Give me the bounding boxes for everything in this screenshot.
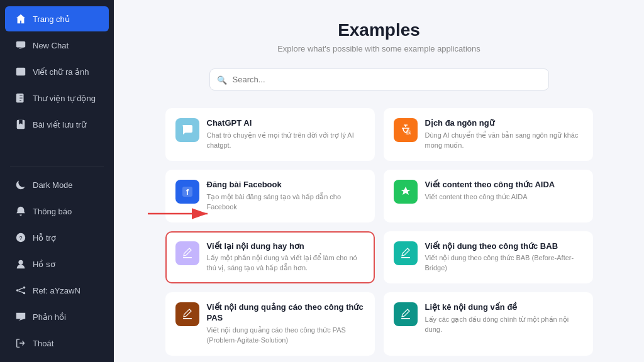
sidebar-divider xyxy=(10,167,104,167)
sidebar-item-image-text[interactable]: Viết chữ ra ảnh xyxy=(5,59,109,84)
card-desc-bab: Viết nội dung theo công thức BAB (Before… xyxy=(425,253,583,273)
sidebar-item-logout[interactable]: Thoát xyxy=(5,331,109,356)
svg-text:?: ? xyxy=(19,235,22,241)
svg-rect-17 xyxy=(401,318,410,319)
sidebar-label-ref: Ref: aYzawN xyxy=(33,286,80,295)
sidebar-label-image-text: Viết chữ ra ảnh xyxy=(33,67,89,77)
card-text-chatgpt-ai: ChatGPT AI Chat trò chuyện về mọi thứ tr… xyxy=(207,118,365,151)
page-title: Examples xyxy=(139,20,619,40)
svg-point-6 xyxy=(18,260,23,265)
card-desc-rewrite: Lấy một phần nội dung và viết lại để làm… xyxy=(207,253,365,273)
share-icon xyxy=(15,285,26,296)
search-bar: 🔍 xyxy=(209,69,549,90)
card-title-pas: Viết nội dung quảng cáo theo công thức P… xyxy=(207,302,365,324)
card-title-aida: Viết content theo công thức AIDA xyxy=(425,180,555,190)
card-title-bab: Viết nội dung theo công thức BAB xyxy=(425,241,583,252)
help-icon: ? xyxy=(15,232,26,243)
card-desc-list-content: Lấy các gạch đầu dòng chính từ một phần … xyxy=(425,315,583,335)
card-icon-aida xyxy=(394,180,418,204)
card-pas[interactable]: Viết nội dung quảng cáo theo công thức P… xyxy=(165,292,375,356)
sidebar-label-feedback: Phản hồi xyxy=(33,312,66,322)
sidebar-item-new-chat[interactable]: New Chat xyxy=(5,33,109,58)
sidebar-item-notifications[interactable]: Thông báo xyxy=(5,199,109,224)
sidebar-label-dark-mode: Dark Mode xyxy=(33,180,73,190)
card-icon-chatgpt-ai xyxy=(175,118,199,142)
sidebar-label-new-chat: New Chat xyxy=(33,41,69,50)
card-desc-pas: Viết nội dung quảng cáo theo công thức P… xyxy=(207,326,365,346)
chat-icon xyxy=(15,40,26,51)
search-input[interactable] xyxy=(209,69,549,90)
sidebar-item-home[interactable]: Trang chủ xyxy=(5,6,109,31)
svg-point-7 xyxy=(23,287,26,289)
sidebar-item-ref[interactable]: Ref: aYzawN xyxy=(5,278,109,303)
user-icon xyxy=(15,258,26,270)
card-bab[interactable]: Viết nội dung theo công thức BAB Viết nộ… xyxy=(384,231,593,284)
card-aida[interactable]: Viết content theo công thức AIDA Viết co… xyxy=(384,170,593,222)
card-desc-aida: Viết content theo công thức AIDA xyxy=(425,192,555,202)
svg-point-2 xyxy=(18,70,20,72)
save-icon xyxy=(15,119,26,130)
sidebar-label-profile: Hồ sơ xyxy=(33,260,55,269)
sidebar-bottom: Dark Mode Thông báo ? Hỗ trợ Hồ sơ Ref: … xyxy=(0,171,114,362)
sidebar-label-logout: Thoát xyxy=(33,339,53,348)
card-text-translate: Dịch đa ngôn ngữ Dùng AI chuyển thể văn … xyxy=(425,118,583,151)
sidebar-item-support[interactable]: ? Hỗ trợ xyxy=(5,225,109,250)
card-rewrite[interactable]: Viết lại nội dung hay hơn Lấy một phần n… xyxy=(165,231,375,284)
svg-rect-15 xyxy=(401,257,410,258)
card-list-content[interactable]: Liệt kê nội dung vấn đề Lấy các gạch đầu… xyxy=(384,292,593,356)
card-facebook-post[interactable]: f Đăng bài Facebook Tạo một bài đăng sán… xyxy=(165,170,375,222)
card-chatgpt-ai[interactable]: ChatGPT AI Chat trò chuyện về mọi thứ tr… xyxy=(165,108,375,161)
search-icon: 🔍 xyxy=(217,75,227,84)
book-icon xyxy=(15,92,26,104)
sidebar-label-home: Trang chủ xyxy=(33,14,70,24)
svg-point-8 xyxy=(16,289,19,292)
card-text-facebook-post: Đăng bài Facebook Tạo một bài đăng sáng … xyxy=(207,180,365,212)
card-title-rewrite: Viết lại nội dung hay hơn xyxy=(207,241,365,252)
sidebar-item-auto-library[interactable]: Thư viện tự động xyxy=(5,85,109,111)
svg-rect-14 xyxy=(183,257,192,258)
logout-icon xyxy=(15,337,26,349)
card-desc-chatgpt-ai: Chat trò chuyện về mọi thứ trên đời với … xyxy=(207,131,365,151)
page-subtitle: Explore what's possible with some exampl… xyxy=(139,44,619,53)
card-text-bab: Viết nội dung theo công thức BAB Viết nộ… xyxy=(425,241,583,274)
sidebar-item-feedback[interactable]: Phản hồi xyxy=(5,304,109,329)
sidebar: Trang chủ New Chat Viết chữ ra ảnh Thư v… xyxy=(0,0,114,362)
card-text-list-content: Liệt kê nội dung vấn đề Lấy các gạch đầu… xyxy=(425,302,583,335)
image-icon xyxy=(15,66,26,77)
sidebar-label-saved-posts: Bài viết lưu trữ xyxy=(33,120,86,129)
bell-icon xyxy=(15,206,26,217)
card-icon-list-content xyxy=(394,302,418,326)
card-title-list-content: Liệt kê nội dung vấn đề xyxy=(425,302,583,313)
moon-icon xyxy=(15,179,26,190)
card-desc-facebook-post: Tạo một bài đăng sáng tạo và hấp dẫn cho… xyxy=(207,192,365,212)
card-desc-translate: Dùng AI chuyển thể văn bản sang ngôn ngữ… xyxy=(425,131,583,151)
card-title-chatgpt-ai: ChatGPT AI xyxy=(207,118,365,129)
svg-rect-16 xyxy=(183,318,192,319)
sidebar-label-auto-library: Thư viện tự động xyxy=(33,94,96,103)
sidebar-item-profile[interactable]: Hồ sơ xyxy=(5,251,109,277)
sidebar-item-dark-mode[interactable]: Dark Mode xyxy=(5,172,109,197)
sidebar-label-support: Hỗ trợ xyxy=(33,233,56,243)
card-text-rewrite: Viết lại nội dung hay hơn Lấy một phần n… xyxy=(207,241,365,274)
card-translate[interactable]: 文A Dịch đa ngôn ngữ Dùng AI chuyển thể v… xyxy=(384,108,593,161)
card-text-pas: Viết nội dung quảng cáo theo công thức P… xyxy=(207,302,365,346)
examples-grid: ChatGPT AI Chat trò chuyện về mọi thứ tr… xyxy=(165,108,593,362)
card-icon-facebook-post: f xyxy=(175,180,199,204)
card-icon-translate: 文A xyxy=(394,118,418,142)
svg-text:f: f xyxy=(186,187,189,197)
card-icon-bab xyxy=(394,241,418,265)
svg-rect-0 xyxy=(16,41,25,48)
home-icon xyxy=(15,13,26,25)
card-icon-pas xyxy=(175,302,199,326)
sidebar-top: Trang chủ New Chat Viết chữ ra ảnh Thư v… xyxy=(0,0,114,163)
card-text-aida: Viết content theo công thức AIDA Viết co… xyxy=(425,180,555,202)
card-icon-rewrite xyxy=(175,241,199,265)
card-title-translate: Dịch đa ngôn ngữ xyxy=(425,118,583,129)
sidebar-label-notifications: Thông báo xyxy=(33,207,72,216)
card-title-facebook-post: Đăng bài Facebook xyxy=(207,180,365,190)
svg-text:文A: 文A xyxy=(405,131,411,135)
main-content: Examples Explore what's possible with so… xyxy=(114,0,644,362)
sidebar-item-saved-posts[interactable]: Bài viết lưu trữ xyxy=(5,112,109,137)
svg-point-9 xyxy=(23,292,26,295)
svg-rect-1 xyxy=(16,68,25,76)
